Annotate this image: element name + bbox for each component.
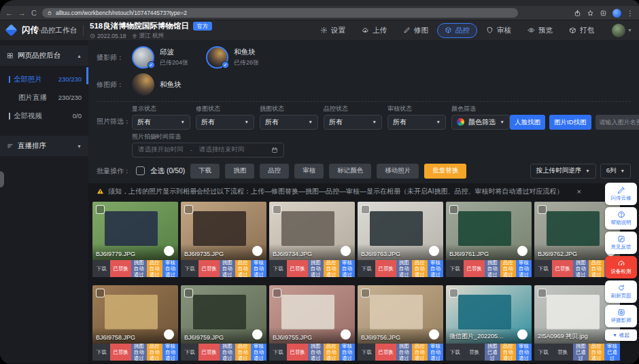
photo-thumbnail[interactable]: BJ6I9735.JPG xyxy=(181,202,266,260)
photo-action-button[interactable]: 挑图自动通过 xyxy=(308,344,324,361)
select-all-checkbox[interactable] xyxy=(136,166,145,175)
browser-menu-icon[interactable]: ⋮ xyxy=(627,10,634,17)
user-menu[interactable]: ▼ xyxy=(612,24,632,37)
filter-select[interactable]: 所有▼ xyxy=(196,115,254,130)
batch-action-button[interactable]: 品控 xyxy=(260,164,289,179)
photo-action-button[interactable]: 品控自动通过 xyxy=(147,344,162,361)
batch-replace-button[interactable]: 批量替换 xyxy=(424,164,466,179)
photo-action-button[interactable]: 品控自动通过 xyxy=(412,260,428,277)
face-search-button[interactable]: 人脸找图 xyxy=(510,115,545,130)
close-icon[interactable]: × xyxy=(576,187,581,196)
float-refresh-button[interactable]: 刷新页面 xyxy=(605,280,637,303)
photo-action-button[interactable]: 挑图自动通过 xyxy=(220,260,235,277)
photo-action-button[interactable]: 品控自动通过 xyxy=(412,344,428,361)
photo-action-button[interactable]: 已替换 xyxy=(375,260,396,277)
extensions-icon[interactable] xyxy=(600,10,607,17)
photographer-item[interactable]: ✓ 邱波已传204张 xyxy=(132,46,188,69)
photo-action-button[interactable]: 挑图自动通过 xyxy=(573,260,589,277)
photo-select-circle[interactable] xyxy=(517,329,528,340)
photo-action-button[interactable]: 已替换 xyxy=(110,260,131,277)
photo-action-button[interactable]: 下载 xyxy=(534,260,552,277)
photo-thumbnail[interactable]: BJ6I9761.JPG xyxy=(446,202,532,260)
photo-select-circle[interactable] xyxy=(341,246,351,256)
photo-thumbnail[interactable]: 微信图片_202205… xyxy=(446,285,532,344)
photo-checkbox[interactable] xyxy=(273,289,281,297)
photo-action-button[interactable]: 审核自动通过 xyxy=(339,260,355,277)
float-tools-button[interactable]: 闪传云修 xyxy=(605,183,637,205)
photo-action-button[interactable]: 审核已通过 xyxy=(604,344,620,361)
filter-select[interactable]: 颜色筛选▼ xyxy=(451,115,510,130)
tab-package[interactable]: 打包 xyxy=(562,23,602,38)
batch-action-button[interactable]: 标记颜色 xyxy=(329,164,371,179)
photo-action-button[interactable]: 品控自动通过 xyxy=(589,344,604,361)
photo-action-button[interactable]: 挑图自动通过 xyxy=(485,260,500,277)
photo-action-button[interactable]: 审核自动通过 xyxy=(251,260,266,277)
filter-select[interactable]: 所有▼ xyxy=(387,115,446,130)
columns-select[interactable]: 6列▼ xyxy=(600,164,631,179)
photo-select-circle[interactable] xyxy=(164,246,174,256)
photo-action-button[interactable]: 已替换 xyxy=(287,344,307,361)
float-gauge-button[interactable]: 设备检测 xyxy=(605,256,637,278)
photo-select-circle[interactable] xyxy=(429,329,439,340)
photo-action-button[interactable]: 品控自动通过 xyxy=(324,260,339,277)
photo-action-button[interactable]: 已替换 xyxy=(552,260,572,277)
photo-thumbnail[interactable]: BJ6I9758.JPG xyxy=(92,285,178,344)
photo-thumbnail[interactable]: BJ6I9759.JPG xyxy=(181,285,266,344)
time-range-input[interactable]: 请选择开始时间 - 请选择结束时间 xyxy=(132,143,284,158)
batch-action-button[interactable]: 挑图 xyxy=(225,164,254,179)
photo-action-button[interactable]: 品控自动通过 xyxy=(324,344,339,361)
sort-order-select[interactable]: 按上传时间逆序▼ xyxy=(530,164,596,179)
tab-shield[interactable]: 审核 xyxy=(479,23,519,38)
reload-icon[interactable]: C xyxy=(31,10,37,17)
photo-select-circle[interactable] xyxy=(341,329,351,340)
batch-action-button[interactable]: 审核 xyxy=(294,164,324,179)
tab-eye[interactable]: 预览 xyxy=(520,23,560,38)
photo-action-button[interactable]: 审核自动通过 xyxy=(162,260,178,277)
photo-checkbox[interactable] xyxy=(538,289,547,297)
photo-checkbox[interactable] xyxy=(184,205,193,214)
photo-action-button[interactable]: 审核自动通过 xyxy=(428,260,443,277)
photo-select-circle[interactable] xyxy=(164,329,174,340)
tab-gear[interactable]: 设置 xyxy=(313,23,353,38)
photo-action-button[interactable]: 挑图自动通过 xyxy=(220,344,235,361)
back-icon[interactable]: ← xyxy=(5,10,13,17)
photo-select-circle[interactable] xyxy=(252,329,262,340)
browser-profile-avatar[interactable] xyxy=(612,9,621,18)
sidebar-sort-header[interactable]: 直播排序 ▼ xyxy=(0,136,88,156)
sidebar-item[interactable]: 全部照片230/230 xyxy=(0,70,88,88)
photo-checkbox[interactable] xyxy=(184,289,193,297)
float-rate-button[interactable]: 评摄影师 xyxy=(605,305,637,327)
photo-checkbox[interactable] xyxy=(96,205,105,214)
photo-action-button[interactable]: 已替换 xyxy=(375,344,396,361)
side-panel-handle[interactable] xyxy=(0,171,4,187)
bookmark-star-icon[interactable] xyxy=(587,10,594,17)
photo-action-button[interactable]: 挑图已通过 xyxy=(485,344,500,361)
id-search-button[interactable]: 图片ID找图 xyxy=(549,115,591,130)
photo-action-button[interactable]: 下载 xyxy=(269,260,287,277)
photo-checkbox[interactable] xyxy=(449,289,458,297)
photo-action-button[interactable]: 品控自动通过 xyxy=(589,260,604,277)
photo-select-circle[interactable] xyxy=(517,246,528,256)
photo-action-button[interactable]: 已替换 xyxy=(287,260,307,277)
photo-thumbnail[interactable]: BJ6I9763.JPG xyxy=(358,202,443,260)
photo-action-button[interactable]: 品控自动通过 xyxy=(235,344,251,361)
photo-action-button[interactable]: 下载 xyxy=(269,344,287,361)
float-feedback-button[interactable]: 意见反馈 xyxy=(605,232,637,254)
photo-action-button[interactable]: 下载 xyxy=(534,344,552,361)
photo-thumbnail[interactable]: BJ6I9779.JPG xyxy=(92,202,178,260)
float-caret-down-button[interactable]: ▼收起 xyxy=(605,329,637,341)
photo-action-button[interactable]: 审核自动通过 xyxy=(516,344,532,361)
sidebar-item[interactable]: 图片直播230/230 xyxy=(0,88,88,107)
photo-action-button[interactable]: 已替换 xyxy=(198,344,219,361)
photo-action-button[interactable]: 替换 xyxy=(464,344,484,361)
photo-action-button[interactable]: 下载 xyxy=(92,260,110,277)
photo-checkbox[interactable] xyxy=(538,205,547,214)
photo-checkbox[interactable] xyxy=(449,205,458,214)
photo-action-button[interactable]: 品控自动通过 xyxy=(500,260,516,277)
address-bar[interactable]: alltuu.com/workbench/retouch/1074744573?… xyxy=(42,8,518,18)
photo-action-button[interactable]: 审核自动通过 xyxy=(339,344,355,361)
photo-action-button[interactable]: 挑图自动通过 xyxy=(308,260,324,277)
photo-action-button[interactable]: 审核自动通过 xyxy=(251,344,266,361)
forward-icon[interactable]: → xyxy=(18,10,26,17)
filter-select[interactable]: 所有▼ xyxy=(260,115,318,130)
